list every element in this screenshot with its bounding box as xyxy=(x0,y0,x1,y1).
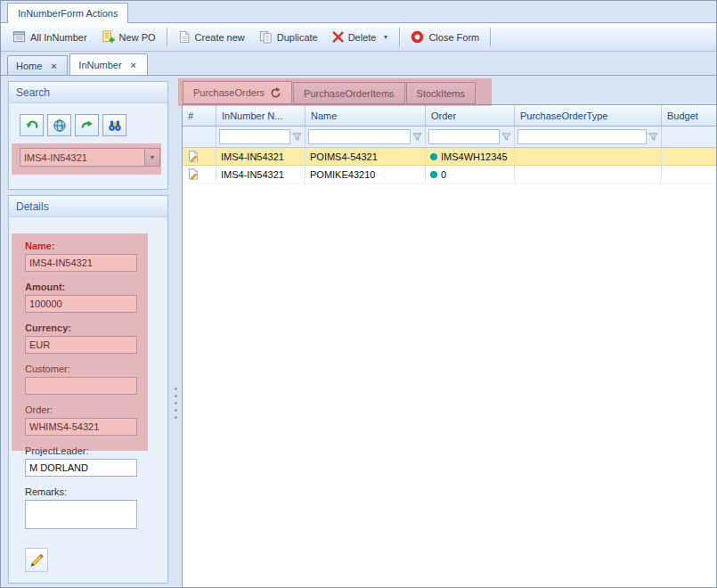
ribbon-category-tab[interactable]: InNumberForm Actions xyxy=(7,3,128,23)
search-combobox[interactable]: IMS4-IN54321 ▼ xyxy=(20,148,160,167)
status-dot-icon xyxy=(430,153,437,160)
filter-input[interactable] xyxy=(428,129,500,144)
filter-funnel-icon[interactable] xyxy=(648,132,658,142)
filter-cell-index xyxy=(183,127,216,148)
globe-button[interactable] xyxy=(47,114,71,136)
combo-dropdown-button[interactable]: ▼ xyxy=(144,149,159,166)
close-form-label: Close Form xyxy=(428,32,479,43)
tab-stockitems[interactable]: StockItems xyxy=(406,82,476,104)
filter-cell-budget xyxy=(662,127,716,148)
application-window: InNumberForm Actions All InNumber New PO… xyxy=(0,0,717,588)
all-innumber-icon xyxy=(12,30,26,44)
cell-name[interactable]: POMIKE43210 xyxy=(306,166,426,184)
duplicate-button[interactable]: Duplicate xyxy=(252,27,325,48)
name-field[interactable] xyxy=(25,254,137,272)
close-form-icon xyxy=(411,30,424,44)
field-customer: Customer: xyxy=(25,363,167,395)
edit-button[interactable] xyxy=(25,548,48,572)
customer-field[interactable] xyxy=(25,377,137,395)
close-form-button[interactable]: Close Form xyxy=(403,27,486,48)
close-icon[interactable]: × xyxy=(128,60,139,70)
tab-home[interactable]: Home × xyxy=(7,55,68,75)
tab-purchaseorderitems[interactable]: PurchaseOrderItems xyxy=(293,82,404,104)
refresh-icon[interactable] xyxy=(270,87,281,99)
search-panel-header: Search xyxy=(9,82,167,103)
sidebar-splitter[interactable] xyxy=(169,76,182,587)
actions-toolbar: All InNumber New PO Create new Duplicate xyxy=(1,22,716,52)
duplicate-icon xyxy=(259,30,273,44)
filter-input[interactable] xyxy=(219,129,290,144)
projectleader-label: ProjectLeader: xyxy=(25,445,167,456)
details-panel: Details Name: Amount: Currency: Customer… xyxy=(8,195,168,584)
delete-button[interactable]: Delete ▼ xyxy=(325,27,396,48)
filter-input[interactable] xyxy=(517,129,647,144)
back-arrow-button[interactable] xyxy=(20,114,44,136)
cell-purchaseordertype[interactable] xyxy=(515,148,662,166)
create-new-icon xyxy=(178,30,191,44)
currency-field[interactable] xyxy=(25,336,137,354)
row-indicator-cell[interactable] xyxy=(183,148,216,166)
row-indicator-cell[interactable] xyxy=(183,166,216,184)
field-currency: Currency: xyxy=(25,323,167,354)
delete-x-icon xyxy=(332,31,344,43)
filter-funnel-icon[interactable] xyxy=(292,132,302,142)
new-po-label: New PO xyxy=(119,32,156,43)
forward-arrow-icon xyxy=(80,118,94,133)
chevron-down-icon[interactable]: ▼ xyxy=(382,34,388,40)
grid-filter-row xyxy=(183,127,716,148)
remarks-field[interactable] xyxy=(25,500,137,529)
cell-budget[interactable] xyxy=(662,166,716,184)
cell-name[interactable]: POIMS4-54321 xyxy=(306,148,426,166)
search-button[interactable] xyxy=(102,114,126,136)
filter-cell-order xyxy=(426,127,515,148)
cell-purchaseordertype[interactable] xyxy=(515,166,662,184)
new-po-button[interactable]: New PO xyxy=(94,27,163,48)
back-arrow-icon xyxy=(25,118,39,133)
grid-header-row: # InNumber N... Name Order PurchaseOrder… xyxy=(183,105,716,127)
search-panel: Search xyxy=(8,81,168,190)
filter-funnel-icon[interactable] xyxy=(412,132,422,142)
details-panel-header: Details xyxy=(9,196,167,217)
cell-order[interactable]: IMS4WH12345 xyxy=(426,148,515,166)
column-header-index[interactable]: # xyxy=(183,105,216,127)
new-po-icon xyxy=(102,30,115,44)
cell-order-value: IMS4WH12345 xyxy=(441,151,508,162)
toolbar-separator xyxy=(167,28,167,47)
tab-stockitems-label: StockItems xyxy=(417,88,465,99)
field-amount: Amount: xyxy=(25,282,167,313)
cell-innumber[interactable]: IMS4-IN54321 xyxy=(216,148,306,166)
filter-funnel-icon[interactable] xyxy=(501,132,511,142)
close-icon[interactable]: × xyxy=(48,61,59,71)
column-header-budget[interactable]: Budget xyxy=(662,105,716,127)
forward-arrow-button[interactable] xyxy=(75,114,99,136)
table-row[interactable]: IMS4-IN54321 POMIKE43210 0 xyxy=(183,166,716,184)
projectleader-field[interactable] xyxy=(25,459,137,477)
tab-purchaseorders-label: PurchaseOrders xyxy=(193,87,265,98)
field-projectleader: ProjectLeader: xyxy=(25,445,167,477)
column-header-purchaseordertype[interactable]: PurchaseOrderType xyxy=(515,105,662,127)
filter-input[interactable] xyxy=(308,129,411,144)
name-label: Name: xyxy=(25,241,167,251)
create-new-button[interactable]: Create new xyxy=(171,27,252,48)
all-innumber-button[interactable]: All InNumber xyxy=(5,27,94,48)
document-edit-icon xyxy=(187,168,199,180)
order-field[interactable] xyxy=(25,418,137,436)
cell-budget[interactable] xyxy=(662,148,716,166)
cell-order-value: 0 xyxy=(441,169,446,180)
tab-purchaseorders[interactable]: PurchaseOrders xyxy=(183,81,292,104)
table-row[interactable]: IMS4-IN54321 POIMS4-54321 IMS4WH12345 xyxy=(183,148,716,166)
duplicate-label: Duplicate xyxy=(277,32,318,43)
column-header-order[interactable]: Order xyxy=(426,105,515,127)
edit-pencil-icon xyxy=(29,552,45,568)
ribbon-category-label: InNumberForm Actions xyxy=(18,8,118,19)
amount-field[interactable] xyxy=(25,295,137,313)
splitter-grip[interactable] xyxy=(175,388,177,419)
document-edit-icon xyxy=(187,151,199,162)
search-toolbar xyxy=(20,114,167,136)
cell-order[interactable]: 0 xyxy=(426,166,515,184)
cell-innumber[interactable]: IMS4-IN54321 xyxy=(216,166,306,184)
tab-innumber[interactable]: InNumber × xyxy=(69,53,147,75)
customer-label: Customer: xyxy=(25,363,167,374)
column-header-innumber[interactable]: InNumber N... xyxy=(216,105,306,127)
column-header-name[interactable]: Name xyxy=(306,105,426,127)
